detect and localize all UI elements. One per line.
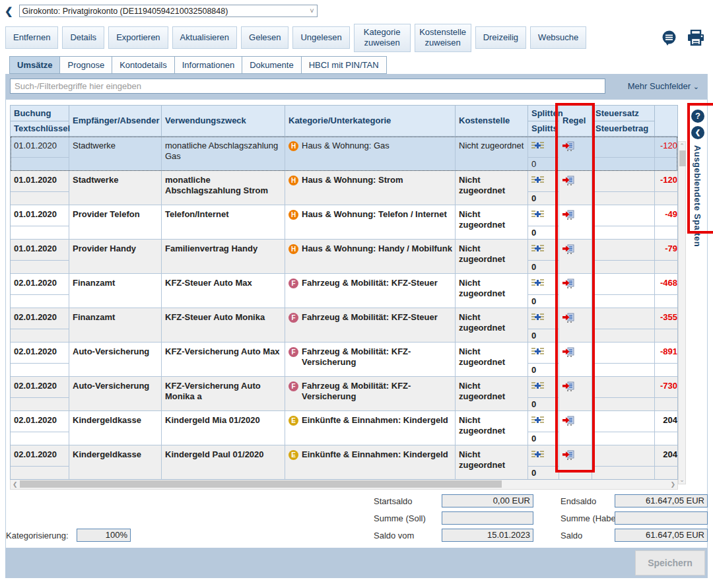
cell-buchung: 02.01.2020 bbox=[11, 411, 69, 445]
toolbar-button-kostenstelle-zuweisen[interactable]: Kostenstelle zuweisen bbox=[415, 24, 471, 52]
endsaldo-field: 61.647,05 EUR bbox=[615, 494, 708, 507]
cell-regel bbox=[559, 411, 592, 445]
column-header-verwendungszweck[interactable]: Verwendungszweck bbox=[162, 106, 285, 136]
table-row[interactable]: 02.01.2020 Finanzamt KFZ-Steuer Auto Mon… bbox=[11, 308, 677, 343]
split-transaction-icon[interactable] bbox=[531, 415, 544, 425]
category-icon: F bbox=[289, 381, 298, 391]
cell-verwendungszweck: Familienvertrag Handy bbox=[162, 240, 285, 273]
table-row[interactable]: 01.01.2020 Provider Telefon Telefon/Inte… bbox=[11, 205, 677, 240]
save-button[interactable]: Speichern bbox=[635, 550, 705, 575]
toolbar-button-websuche[interactable]: Websuche bbox=[530, 26, 586, 49]
hidden-columns-label[interactable]: Ausgeblendete Spalten bbox=[693, 145, 702, 247]
table-row[interactable]: 02.01.2020 Auto-Versicherung KFZ-Versich… bbox=[11, 343, 677, 377]
scroll-left-icon[interactable]: ❮ bbox=[13, 480, 18, 489]
scroll-up-icon[interactable]: ⌃ bbox=[679, 142, 685, 150]
banking-app-window: ❮ Girokonto: Privatgirokonto (DE11940594… bbox=[0, 0, 713, 588]
cell-regel bbox=[559, 205, 592, 239]
tab-ums-tze[interactable]: Umsätze bbox=[9, 56, 60, 74]
cell-splitten: 0 bbox=[528, 308, 559, 342]
scroll-right-icon[interactable]: ❯ bbox=[670, 480, 675, 489]
vertical-scrollbar[interactable]: ⌃ ⌄ bbox=[678, 141, 686, 484]
tab-kontodetails[interactable]: Kontodetails bbox=[112, 56, 175, 74]
split-transaction-icon[interactable] bbox=[531, 141, 544, 150]
column-header-steuersatz[interactable]: Steuersatz Steuerbetrag bbox=[592, 106, 655, 136]
cell-steuer bbox=[592, 137, 655, 170]
rule-icon[interactable] bbox=[562, 416, 574, 426]
rule-icon[interactable] bbox=[562, 381, 574, 392]
rule-icon[interactable] bbox=[562, 278, 574, 289]
table-row[interactable]: 02.01.2020 Kindergeldkasse Kindergeld Mi… bbox=[11, 411, 677, 445]
rule-icon[interactable] bbox=[562, 347, 574, 358]
cell-kategorie: E Einkünfte & Einnahmen: Kindergeld bbox=[285, 411, 456, 445]
cell-kategorie: E Einkünfte & Einnahmen: Kindergeld bbox=[285, 445, 456, 479]
split-transaction-icon[interactable] bbox=[531, 278, 544, 288]
rule-icon[interactable] bbox=[562, 176, 574, 186]
cell-kostenstelle: Nicht zugeordnet bbox=[456, 171, 528, 205]
toolbar-button-gelesen[interactable]: Gelesen bbox=[241, 26, 289, 49]
help-icon[interactable]: ? bbox=[691, 110, 704, 123]
split-transaction-icon[interactable] bbox=[531, 346, 544, 356]
toolbar-button-dreizeilig[interactable]: Dreizeilig bbox=[475, 26, 526, 49]
rule-icon[interactable] bbox=[562, 450, 574, 461]
split-transaction-icon[interactable] bbox=[531, 449, 544, 459]
toolbar-button-ungelesen[interactable]: Ungelesen bbox=[292, 26, 349, 49]
cell-betrag: -468 bbox=[655, 274, 679, 308]
column-header-regel[interactable]: Regel bbox=[559, 106, 592, 136]
column-header-kostenstelle[interactable]: Kostenstelle bbox=[456, 106, 528, 136]
table-row[interactable]: 02.01.2020 Auto-Versicherung KFZ-Versich… bbox=[11, 377, 677, 411]
search-input[interactable] bbox=[10, 79, 605, 94]
print-icon[interactable] bbox=[687, 30, 705, 46]
split-transaction-icon[interactable] bbox=[531, 175, 544, 185]
toolbar-button-entfernen[interactable]: Entfernen bbox=[5, 26, 58, 49]
cell-splitten: 0 bbox=[528, 137, 559, 170]
cell-kategorie: H Haus & Wohnung: Strom bbox=[285, 171, 456, 205]
cell-empfaenger: Auto-Versicherung bbox=[69, 377, 162, 410]
column-header-betrag[interactable] bbox=[655, 106, 679, 136]
split-transaction-icon[interactable] bbox=[531, 244, 544, 253]
table-row[interactable]: 02.01.2020 Finanzamt KFZ-Steuer Auto Max… bbox=[11, 274, 677, 308]
tab-informationen[interactable]: Informationen bbox=[175, 56, 243, 74]
table-row[interactable]: 01.01.2020 Stadtwerke monatliche Abschla… bbox=[11, 137, 677, 171]
cell-splitten: 0 bbox=[528, 205, 559, 239]
vertical-scrollbar-thumb[interactable] bbox=[679, 150, 686, 166]
table-row[interactable]: 02.01.2020 Kindergeldkasse Kindergeld Pa… bbox=[11, 445, 677, 479]
cell-verwendungszweck: monatliche Abschlagszahlung Strom bbox=[162, 171, 285, 205]
toolbar-button-exportieren[interactable]: Exportieren bbox=[108, 26, 168, 49]
rule-icon[interactable] bbox=[562, 141, 574, 152]
tab-hbci-mit-pin-tan[interactable]: HBCI mit PIN/TAN bbox=[302, 56, 387, 74]
split-transaction-icon[interactable] bbox=[531, 209, 544, 219]
cell-splitten: 0 bbox=[528, 274, 559, 308]
cell-empfaenger: Kindergeldkasse bbox=[69, 411, 162, 445]
table-row[interactable]: 01.01.2020 Provider Handy Familienvertra… bbox=[11, 240, 677, 274]
toolbar: EntfernenDetailsExportierenAktualisieren… bbox=[0, 20, 713, 56]
toolbar-button-aktualisieren[interactable]: Aktualisieren bbox=[172, 26, 237, 49]
cell-verwendungszweck: KFZ-Steuer Auto Monika bbox=[162, 308, 285, 342]
summe-soll-field bbox=[442, 511, 533, 525]
column-header-kategorie[interactable]: Kategorie/Unterkategorie bbox=[285, 106, 456, 136]
rule-icon[interactable] bbox=[562, 313, 574, 323]
tab-prognose[interactable]: Prognose bbox=[60, 56, 112, 74]
split-transaction-icon[interactable] bbox=[531, 312, 544, 322]
horizontal-scrollbar-thumb[interactable] bbox=[20, 480, 502, 488]
rule-icon[interactable] bbox=[562, 244, 574, 255]
scroll-down-icon[interactable]: ⌄ bbox=[679, 476, 685, 484]
account-selector[interactable]: Girokonto: Privatgirokonto (DE1194059421… bbox=[19, 5, 318, 17]
column-header-buchung[interactable]: Buchung Textschlüssel bbox=[11, 106, 69, 136]
column-header-empfaenger[interactable]: Empfänger/Absender bbox=[69, 106, 162, 136]
tab-dokumente[interactable]: Dokumente bbox=[242, 56, 301, 74]
cell-kostenstelle: Nicht zugeordnet bbox=[456, 274, 528, 308]
split-transaction-icon[interactable] bbox=[531, 381, 544, 391]
back-chevron-icon[interactable]: ❮ bbox=[5, 6, 13, 16]
cell-buchung: 02.01.2020 bbox=[11, 274, 69, 308]
toolbar-button-kategorie-zuweisen[interactable]: Kategorie zuweisen bbox=[354, 24, 411, 52]
more-search-fields-link[interactable]: Mehr Suchfelder ⌄ bbox=[605, 81, 703, 91]
comment-icon[interactable] bbox=[661, 30, 677, 46]
bottom-bar: Speichern bbox=[5, 548, 708, 578]
cell-empfaenger: Finanzamt bbox=[69, 274, 162, 308]
chevron-left-icon[interactable]: ❮ bbox=[691, 126, 704, 139]
toolbar-button-details[interactable]: Details bbox=[62, 26, 104, 49]
column-header-splitten[interactable]: Splitten Splitts bbox=[528, 106, 559, 136]
table-row[interactable]: 01.01.2020 Stadtwerke monatliche Abschla… bbox=[11, 171, 677, 205]
rule-icon[interactable] bbox=[562, 210, 574, 220]
horizontal-scrollbar[interactable]: ❮ ❯ bbox=[10, 480, 678, 490]
